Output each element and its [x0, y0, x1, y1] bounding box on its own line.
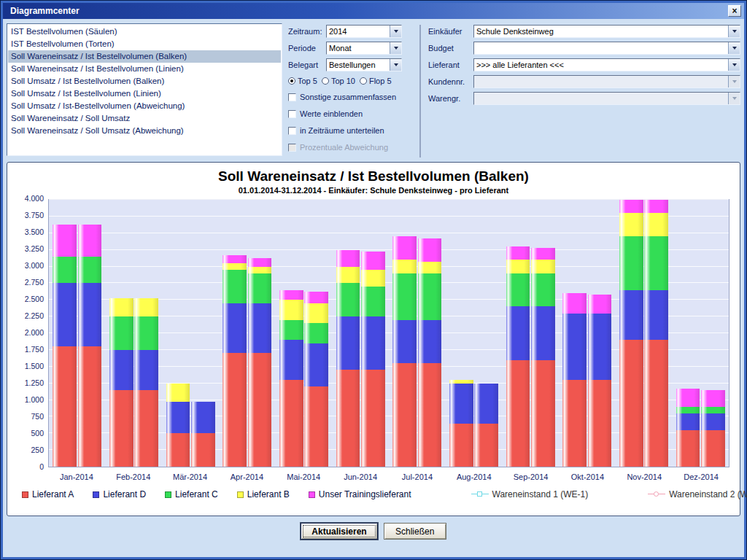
radio-icon: [322, 77, 329, 85]
zeitraum-select[interactable]: 2014: [326, 25, 402, 38]
y-tick-label: 3.250: [25, 245, 44, 253]
warengr-label: Warengr.: [428, 94, 473, 103]
chart-panel: Soll Wareneinsatz / Ist Bestellvolumen (…: [7, 162, 740, 516]
checkbox-werte-einblenden[interactable]: Werte einblenden: [288, 108, 412, 120]
bar-segment: [134, 298, 158, 316]
y-tick-label: 2.000: [25, 329, 44, 337]
belegart-select[interactable]: Bestellungen: [326, 58, 402, 71]
chart-type-item[interactable]: IST Bestellvolumen (Torten): [8, 38, 281, 50]
bar-segment: [336, 250, 360, 267]
filter-section: IST Bestellvolumen (Säulen)IST Bestellvo…: [1, 19, 746, 162]
einkaeufer-label: Einkäufer: [428, 27, 473, 36]
chart-type-item[interactable]: IST Bestellvolumen (Säulen): [8, 26, 281, 38]
radio-top-5[interactable]: Top 5: [288, 77, 317, 85]
einkaeufer-row: Einkäufer Schule Denksteinweg: [428, 25, 740, 38]
bar-segment: [701, 390, 725, 407]
budget-select[interactable]: [473, 42, 740, 55]
legend-label: Wareneinstand 2 (WE-2): [669, 489, 747, 499]
y-tick-label: 2.750: [25, 279, 44, 287]
y-tick-label: 1.250: [25, 379, 44, 387]
chart-type-listbox[interactable]: IST Bestellvolumen (Säulen)IST Bestellvo…: [7, 23, 282, 156]
y-tick-label: 3.000: [25, 262, 44, 270]
radio-top-10[interactable]: Top 10: [322, 77, 355, 85]
bar-segment: [279, 290, 303, 300]
bar-segment: [53, 283, 77, 346]
legend-line-marker: [648, 491, 665, 498]
schliessen-button[interactable]: Schließen: [384, 523, 446, 540]
bar-segment: [676, 430, 700, 467]
bar-ist-bestellvolumen: [361, 252, 385, 467]
chart-type-item[interactable]: Soll Umsatz / Ist Bestellvolumen (Linien…: [8, 88, 281, 100]
bar-soll-wareneinsatz: [336, 250, 360, 467]
bar-segment: [109, 350, 133, 390]
legend-item-unser-trainingslieferant: Unser Trainingslieferant: [309, 489, 411, 499]
lieferant-row: Lieferant >>> alle Lieferanten <<<: [428, 58, 740, 71]
x-tick-label: Nov-2014: [616, 472, 673, 481]
chart-type-item[interactable]: Soll Wareneinsatz / Ist Bestellvolumen (…: [8, 63, 281, 75]
checkbox-in-zeiträume-unterteilen[interactable]: in Zeiträume unterteilen: [288, 125, 412, 136]
bar-soll-wareneinsatz: [279, 290, 303, 467]
bar-soll-wareneinsatz: [53, 225, 77, 467]
checkbox-icon: [288, 110, 296, 118]
chart-type-item[interactable]: Soll Umsatz / Ist-Bestellvolumen (Abweic…: [8, 100, 281, 112]
chart-type-item[interactable]: Soll Wareneinsatz / Soll Umsatz (Abweich…: [8, 125, 281, 137]
bar-segment: [474, 424, 498, 467]
close-button[interactable]: ×: [728, 5, 741, 17]
aktualisieren-button[interactable]: Aktualisieren: [301, 523, 377, 540]
bar-segment: [676, 389, 700, 407]
radio-label: Top 5: [298, 77, 317, 85]
x-tick-label: Mai-2014: [275, 472, 332, 481]
bar-segment: [562, 380, 587, 467]
belegart-row: Belegart Bestellungen: [288, 58, 412, 71]
bar-segment: [701, 413, 725, 430]
bar-segment: [619, 213, 643, 236]
bar-segment: [191, 402, 215, 433]
close-icon: ×: [732, 7, 737, 15]
plot-area: 02505007501.0001.2501.5001.7502.0002.250…: [10, 198, 734, 483]
chart-type-item[interactable]: Soll Wareneinsatz / Ist Bestellvolumen (…: [8, 50, 281, 63]
chevron-down-icon[interactable]: [390, 59, 401, 71]
diagrammcenter-window: Diagrammcenter × IST Bestellvolumen (Säu…: [0, 0, 747, 560]
bar-soll-wareneinsatz: [619, 200, 643, 467]
bar-segment: [644, 236, 668, 289]
periode-select[interactable]: Monat: [326, 42, 402, 55]
bar-segment: [506, 306, 530, 359]
x-tick-label: Okt-2014: [560, 472, 616, 481]
section-divider: [419, 25, 421, 158]
einkaeufer-select[interactable]: Schule Denksteinweg: [473, 25, 740, 38]
bar-segment: [279, 300, 303, 319]
checkbox-sonstige-zusammenfassen[interactable]: Sonstige zusammenfassen: [288, 91, 412, 103]
bar-segment: [191, 433, 215, 467]
bar-segment: [361, 370, 385, 467]
radio-flop-5[interactable]: Flop 5: [360, 77, 392, 85]
bar-segment: [53, 346, 77, 467]
bar-segment: [506, 246, 530, 260]
y-tick-label: 500: [31, 429, 44, 438]
bar-segment: [304, 303, 328, 323]
bar-ist-bestellvolumen: [191, 402, 215, 467]
chevron-down-icon[interactable]: [390, 42, 401, 54]
legend-item-wareneinstand-2-we-2-: Wareneinstand 2 (WE-2): [648, 489, 747, 499]
x-tick-label: Mär-2014: [162, 472, 219, 481]
chevron-down-icon[interactable]: [728, 26, 740, 37]
legend-marker: [654, 491, 659, 497]
chevron-down-icon[interactable]: [728, 59, 740, 71]
radio-icon: [360, 77, 367, 85]
bar-segment: [531, 248, 555, 260]
bar-segment: [619, 290, 643, 341]
bar-segment: [418, 320, 442, 363]
chevron-down-icon[interactable]: [390, 26, 401, 37]
bar-segment: [78, 257, 102, 284]
chart-type-item[interactable]: Soll Wareneinsatz / Soll Umsatz: [8, 112, 281, 125]
chevron-down-icon[interactable]: [728, 42, 740, 54]
y-tick-label: 750: [31, 413, 44, 421]
bar-segment: [562, 314, 587, 380]
bar-segment: [418, 363, 442, 467]
bar-segment: [531, 306, 555, 359]
bar-segment: [248, 267, 272, 273]
chart-type-item[interactable]: Soll Umsatz / Ist Bestellvolumen (Balken…: [8, 75, 281, 88]
bar-segment: [361, 252, 385, 270]
x-tick-label: Feb-2014: [105, 472, 162, 481]
lieferant-select[interactable]: >>> alle Lieferanten <<<: [473, 58, 740, 71]
bar-segment: [336, 283, 360, 316]
